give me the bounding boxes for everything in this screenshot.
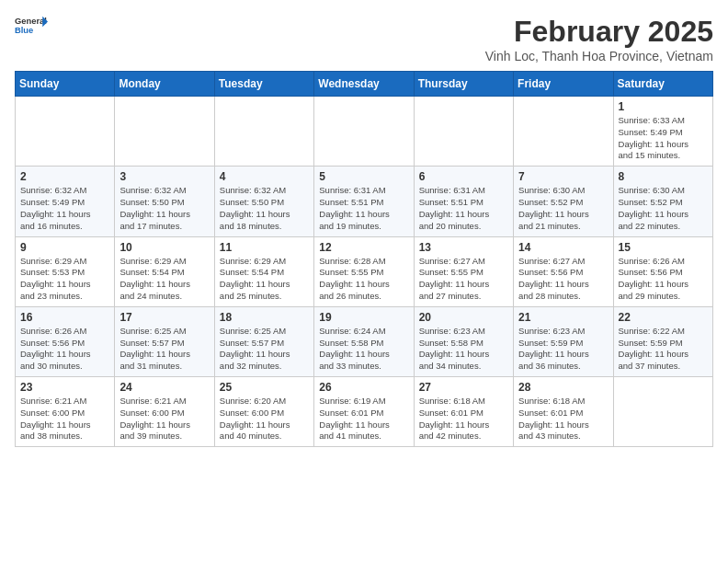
- day-number: 8: [619, 170, 708, 183]
- calendar-day-cell: 4Sunrise: 6:32 AM Sunset: 5:50 PM Daylig…: [214, 167, 313, 236]
- weekday-header-cell: Monday: [115, 72, 214, 97]
- calendar-week-row: 2Sunrise: 6:32 AM Sunset: 5:49 PM Daylig…: [16, 167, 713, 236]
- logo: General Blue: [15, 15, 48, 35]
- day-number: 7: [518, 170, 608, 183]
- calendar-week-row: 9Sunrise: 6:29 AM Sunset: 5:53 PM Daylig…: [16, 236, 713, 306]
- calendar-day-cell: [514, 97, 613, 167]
- day-info: Sunrise: 6:31 AM Sunset: 5:51 PM Dayligh…: [419, 185, 508, 232]
- weekday-header-row: SundayMondayTuesdayWednesdayThursdayFrid…: [16, 72, 713, 97]
- day-info: Sunrise: 6:32 AM Sunset: 5:50 PM Dayligh…: [220, 185, 309, 232]
- day-number: 23: [20, 381, 109, 394]
- calendar-day-cell: 23Sunrise: 6:21 AM Sunset: 6:00 PM Dayli…: [16, 377, 115, 447]
- day-info: Sunrise: 6:30 AM Sunset: 5:52 PM Dayligh…: [518, 185, 608, 232]
- day-info: Sunrise: 6:33 AM Sunset: 5:49 PM Dayligh…: [619, 115, 708, 162]
- day-number: 27: [419, 381, 508, 394]
- calendar-day-cell: 27Sunrise: 6:18 AM Sunset: 6:01 PM Dayli…: [414, 377, 513, 447]
- calendar-day-cell: 21Sunrise: 6:23 AM Sunset: 5:59 PM Dayli…: [514, 306, 613, 376]
- calendar-day-cell: 22Sunrise: 6:22 AM Sunset: 5:59 PM Dayli…: [613, 306, 712, 376]
- day-info: Sunrise: 6:32 AM Sunset: 5:49 PM Dayligh…: [20, 185, 109, 232]
- day-info: Sunrise: 6:26 AM Sunset: 5:56 PM Dayligh…: [20, 326, 109, 373]
- day-number: 6: [419, 170, 508, 183]
- calendar-day-cell: [414, 97, 513, 167]
- calendar-table: SundayMondayTuesdayWednesdayThursdayFrid…: [15, 71, 713, 447]
- day-number: 3: [119, 170, 209, 183]
- calendar-day-cell: 24Sunrise: 6:21 AM Sunset: 6:00 PM Dayli…: [115, 377, 214, 447]
- calendar-day-cell: 14Sunrise: 6:27 AM Sunset: 5:56 PM Dayli…: [514, 236, 613, 306]
- day-number: 11: [220, 241, 309, 254]
- svg-text:Blue: Blue: [15, 26, 33, 35]
- day-number: 25: [220, 381, 309, 394]
- day-number: 22: [619, 311, 708, 324]
- calendar-body: 1Sunrise: 6:33 AM Sunset: 5:49 PM Daylig…: [16, 97, 713, 447]
- calendar-week-row: 23Sunrise: 6:21 AM Sunset: 6:00 PM Dayli…: [16, 377, 713, 447]
- day-info: Sunrise: 6:24 AM Sunset: 5:58 PM Dayligh…: [319, 326, 408, 373]
- calendar-day-cell: 20Sunrise: 6:23 AM Sunset: 5:58 PM Dayli…: [414, 306, 513, 376]
- calendar-day-cell: 5Sunrise: 6:31 AM Sunset: 5:51 PM Daylig…: [314, 167, 414, 236]
- day-info: Sunrise: 6:29 AM Sunset: 5:54 PM Dayligh…: [220, 256, 309, 303]
- calendar-day-cell: 28Sunrise: 6:18 AM Sunset: 6:01 PM Dayli…: [514, 377, 613, 447]
- day-number: 21: [518, 311, 608, 324]
- svg-text:General: General: [15, 17, 47, 26]
- calendar-day-cell: [16, 97, 115, 167]
- day-info: Sunrise: 6:25 AM Sunset: 5:57 PM Dayligh…: [119, 326, 209, 373]
- day-info: Sunrise: 6:26 AM Sunset: 5:56 PM Dayligh…: [619, 256, 708, 303]
- logo-icon: General Blue: [15, 15, 48, 35]
- calendar-day-cell: 3Sunrise: 6:32 AM Sunset: 5:50 PM Daylig…: [115, 167, 214, 236]
- day-number: 24: [119, 381, 209, 394]
- day-number: 26: [319, 381, 408, 394]
- month-year-title: February 2025: [485, 15, 713, 49]
- day-info: Sunrise: 6:29 AM Sunset: 5:54 PM Dayligh…: [119, 256, 209, 303]
- calendar-day-cell: 15Sunrise: 6:26 AM Sunset: 5:56 PM Dayli…: [613, 236, 712, 306]
- day-number: 13: [419, 241, 508, 254]
- calendar-day-cell: [613, 377, 712, 447]
- day-number: 4: [220, 170, 309, 183]
- day-number: 5: [319, 170, 408, 183]
- weekday-header-cell: Sunday: [16, 72, 115, 97]
- page-header: General Blue February 2025 Vinh Loc, Tha…: [15, 15, 713, 63]
- calendar-day-cell: 9Sunrise: 6:29 AM Sunset: 5:53 PM Daylig…: [16, 236, 115, 306]
- calendar-day-cell: 2Sunrise: 6:32 AM Sunset: 5:49 PM Daylig…: [16, 167, 115, 236]
- calendar-day-cell: 8Sunrise: 6:30 AM Sunset: 5:52 PM Daylig…: [613, 167, 712, 236]
- calendar-day-cell: 13Sunrise: 6:27 AM Sunset: 5:55 PM Dayli…: [414, 236, 513, 306]
- day-info: Sunrise: 6:30 AM Sunset: 5:52 PM Dayligh…: [619, 185, 708, 232]
- title-section: February 2025 Vinh Loc, Thanh Hoa Provin…: [485, 15, 713, 63]
- day-number: 10: [119, 241, 209, 254]
- day-info: Sunrise: 6:28 AM Sunset: 5:55 PM Dayligh…: [319, 256, 408, 303]
- day-number: 9: [20, 241, 109, 254]
- day-info: Sunrise: 6:31 AM Sunset: 5:51 PM Dayligh…: [319, 185, 408, 232]
- day-number: 16: [20, 311, 109, 324]
- day-number: 1: [619, 100, 708, 113]
- day-info: Sunrise: 6:20 AM Sunset: 6:00 PM Dayligh…: [220, 396, 309, 442]
- calendar-day-cell: 10Sunrise: 6:29 AM Sunset: 5:54 PM Dayli…: [115, 236, 214, 306]
- day-info: Sunrise: 6:21 AM Sunset: 6:00 PM Dayligh…: [119, 396, 209, 442]
- day-number: 2: [20, 170, 109, 183]
- calendar-day-cell: 7Sunrise: 6:30 AM Sunset: 5:52 PM Daylig…: [514, 167, 613, 236]
- calendar-day-cell: 11Sunrise: 6:29 AM Sunset: 5:54 PM Dayli…: [214, 236, 313, 306]
- day-info: Sunrise: 6:23 AM Sunset: 5:59 PM Dayligh…: [518, 326, 608, 373]
- weekday-header-cell: Thursday: [414, 72, 513, 97]
- calendar-day-cell: 17Sunrise: 6:25 AM Sunset: 5:57 PM Dayli…: [115, 306, 214, 376]
- day-info: Sunrise: 6:23 AM Sunset: 5:58 PM Dayligh…: [419, 326, 508, 373]
- day-number: 17: [119, 311, 209, 324]
- day-info: Sunrise: 6:27 AM Sunset: 5:56 PM Dayligh…: [518, 256, 608, 303]
- day-info: Sunrise: 6:21 AM Sunset: 6:00 PM Dayligh…: [20, 396, 109, 442]
- day-number: 12: [319, 241, 408, 254]
- weekday-header-cell: Tuesday: [214, 72, 313, 97]
- calendar-day-cell: 25Sunrise: 6:20 AM Sunset: 6:00 PM Dayli…: [214, 377, 313, 447]
- calendar-day-cell: [115, 97, 214, 167]
- day-number: 20: [419, 311, 508, 324]
- calendar-week-row: 1Sunrise: 6:33 AM Sunset: 5:49 PM Daylig…: [16, 97, 713, 167]
- day-number: 18: [220, 311, 309, 324]
- weekday-header-cell: Saturday: [613, 72, 712, 97]
- calendar-day-cell: 26Sunrise: 6:19 AM Sunset: 6:01 PM Dayli…: [314, 377, 414, 447]
- calendar-day-cell: 16Sunrise: 6:26 AM Sunset: 5:56 PM Dayli…: [16, 306, 115, 376]
- calendar-day-cell: 19Sunrise: 6:24 AM Sunset: 5:58 PM Dayli…: [314, 306, 414, 376]
- day-info: Sunrise: 6:18 AM Sunset: 6:01 PM Dayligh…: [518, 396, 608, 442]
- day-number: 15: [619, 241, 708, 254]
- day-info: Sunrise: 6:19 AM Sunset: 6:01 PM Dayligh…: [319, 396, 408, 442]
- weekday-header-cell: Wednesday: [314, 72, 414, 97]
- day-info: Sunrise: 6:29 AM Sunset: 5:53 PM Dayligh…: [20, 256, 109, 303]
- calendar-day-cell: 6Sunrise: 6:31 AM Sunset: 5:51 PM Daylig…: [414, 167, 513, 236]
- calendar-day-cell: 18Sunrise: 6:25 AM Sunset: 5:57 PM Dayli…: [214, 306, 313, 376]
- calendar-day-cell: [314, 97, 414, 167]
